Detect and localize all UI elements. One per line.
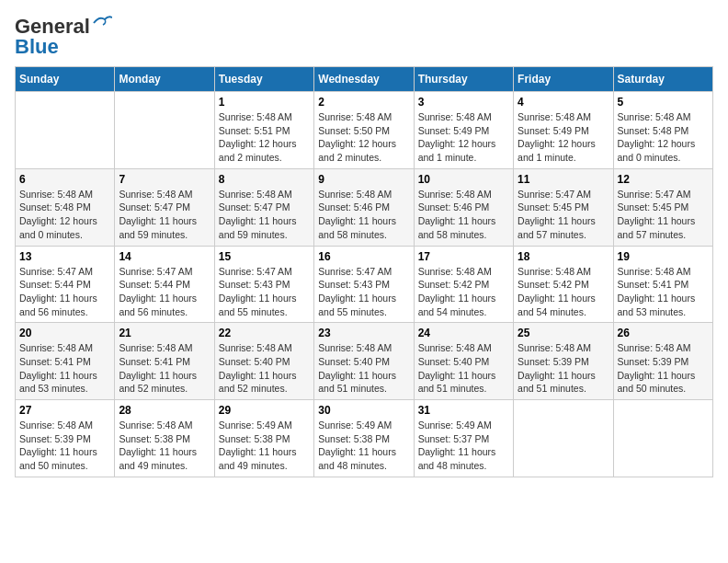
calendar-cell: 23 Sunrise: 5:48 AM Sunset: 5:40 PM Dayl… [314, 323, 414, 400]
day-number: 31 [418, 404, 509, 417]
sunrise-value: 5:47 AM [357, 266, 392, 277]
daylight-label: Daylight: 11 hours and 51 minutes. [518, 370, 596, 395]
daylight-label: Daylight: 11 hours and 48 minutes. [418, 446, 496, 471]
sunset-value: 5:49 PM [553, 125, 589, 136]
sunset-value: 5:46 PM [453, 201, 489, 213]
day-number: 9 [318, 173, 409, 186]
day-info: Sunrise: 5:47 AM Sunset: 5:43 PM Dayligh… [219, 265, 310, 319]
sunrise-value: 5:48 AM [57, 189, 93, 200]
day-info: Sunrise: 5:48 AM Sunset: 5:40 PM Dayligh… [219, 341, 310, 396]
day-number: 21 [119, 327, 210, 339]
sunrise-label: Sunrise: [318, 111, 356, 122]
sunset-value: 5:47 PM [254, 201, 290, 213]
calendar-cell: 21 Sunrise: 5:48 AM Sunset: 5:41 PM Dayl… [115, 323, 214, 400]
calendar-cell: 13 Sunrise: 5:47 AM Sunset: 5:44 PM Dayl… [16, 246, 115, 323]
daylight-label: Daylight: 12 hours and 0 minutes. [618, 138, 696, 163]
calendar: SundayMondayTuesdayWednesdayThursdayFrid… [15, 66, 713, 477]
day-info: Sunrise: 5:47 AM Sunset: 5:43 PM Dayligh… [318, 265, 409, 319]
day-info: Sunrise: 5:47 AM Sunset: 5:44 PM Dayligh… [119, 265, 210, 319]
sunset-value: 5:42 PM [453, 279, 489, 290]
sunset-value: 5:50 PM [354, 125, 390, 136]
day-number: 24 [418, 327, 509, 339]
day-info: Sunrise: 5:48 AM Sunset: 5:51 PM Dayligh… [219, 110, 310, 165]
calendar-cell: 14 Sunrise: 5:47 AM Sunset: 5:44 PM Dayl… [115, 246, 214, 323]
sunset-value: 5:49 PM [453, 125, 489, 136]
day-info: Sunrise: 5:48 AM Sunset: 5:46 PM Dayligh… [418, 188, 509, 242]
calendar-cell: 31 Sunrise: 5:49 AM Sunset: 5:37 PM Dayl… [414, 400, 513, 477]
sunrise-value: 5:47 AM [655, 189, 691, 200]
day-number: 18 [518, 250, 609, 263]
sunrise-value: 5:49 AM [256, 419, 292, 431]
sunrise-value: 5:48 AM [256, 342, 292, 353]
sunrise-label: Sunrise: [219, 419, 256, 431]
calendar-cell: 16 Sunrise: 5:47 AM Sunset: 5:43 PM Dayl… [314, 246, 414, 323]
calendar-week-row: 1 Sunrise: 5:48 AM Sunset: 5:51 PM Dayli… [16, 92, 713, 169]
daylight-label: Daylight: 11 hours and 58 minutes. [418, 215, 496, 240]
sunrise-label: Sunrise: [318, 266, 356, 277]
sunset-value: 5:41 PM [154, 356, 190, 367]
sunrise-value: 5:48 AM [556, 342, 592, 353]
sunset-value: 5:47 PM [154, 201, 190, 213]
sunrise-value: 5:48 AM [456, 266, 492, 277]
day-info: Sunrise: 5:47 AM Sunset: 5:45 PM Dayligh… [618, 188, 709, 242]
day-info: Sunrise: 5:48 AM Sunset: 5:50 PM Dayligh… [318, 110, 409, 165]
sunset-label: Sunset: [19, 356, 55, 367]
sunrise-value: 5:48 AM [57, 419, 93, 431]
sunrise-label: Sunrise: [19, 189, 57, 200]
day-number: 16 [318, 250, 409, 263]
sunset-value: 5:42 PM [553, 279, 589, 290]
daylight-label: Daylight: 11 hours and 49 minutes. [119, 446, 197, 471]
day-number: 28 [119, 404, 210, 417]
calendar-cell: 7 Sunrise: 5:48 AM Sunset: 5:47 PM Dayli… [115, 168, 214, 246]
sunset-label: Sunset: [418, 279, 454, 290]
calendar-cell: 3 Sunrise: 5:48 AM Sunset: 5:49 PM Dayli… [414, 92, 513, 169]
sunset-label: Sunset: [418, 125, 454, 136]
daylight-label: Daylight: 11 hours and 57 minutes. [618, 215, 696, 240]
sunset-value: 5:39 PM [55, 433, 91, 444]
calendar-week-row: 13 Sunrise: 5:47 AM Sunset: 5:44 PM Dayl… [16, 246, 713, 323]
sunset-value: 5:37 PM [453, 433, 489, 444]
sunset-label: Sunset: [618, 356, 654, 367]
day-number: 7 [119, 173, 210, 186]
sunset-value: 5:43 PM [354, 279, 390, 290]
sunrise-label: Sunrise: [219, 189, 256, 200]
sunrise-label: Sunrise: [518, 266, 555, 277]
sunrise-value: 5:48 AM [157, 342, 193, 353]
day-info: Sunrise: 5:48 AM Sunset: 5:38 PM Dayligh… [119, 419, 210, 473]
sunset-label: Sunset: [318, 279, 354, 290]
sunset-label: Sunset: [119, 356, 154, 367]
sunrise-label: Sunrise: [618, 342, 655, 353]
sunset-value: 5:39 PM [553, 356, 589, 367]
day-info: Sunrise: 5:48 AM Sunset: 5:39 PM Dayligh… [618, 341, 709, 396]
day-info: Sunrise: 5:48 AM Sunset: 5:42 PM Dayligh… [418, 265, 509, 319]
weekday-header-friday: Friday [514, 67, 613, 92]
calendar-week-row: 20 Sunrise: 5:48 AM Sunset: 5:41 PM Dayl… [16, 323, 713, 400]
sunset-label: Sunset: [518, 201, 553, 213]
sunset-label: Sunset: [518, 356, 553, 367]
sunrise-label: Sunrise: [119, 342, 156, 353]
sunrise-label: Sunrise: [418, 266, 456, 277]
day-info: Sunrise: 5:48 AM Sunset: 5:48 PM Dayligh… [618, 110, 709, 165]
logo-blue: Blue [15, 35, 59, 59]
sunrise-label: Sunrise: [119, 189, 156, 200]
daylight-label: Daylight: 11 hours and 56 minutes. [19, 293, 97, 317]
day-number: 1 [219, 96, 310, 109]
sunset-value: 5:45 PM [653, 201, 688, 213]
sunset-label: Sunset: [318, 201, 354, 213]
calendar-cell: 10 Sunrise: 5:48 AM Sunset: 5:46 PM Dayl… [414, 168, 513, 246]
sunrise-label: Sunrise: [119, 266, 156, 277]
sunrise-value: 5:48 AM [357, 111, 392, 122]
day-number: 15 [219, 250, 310, 263]
day-info: Sunrise: 5:48 AM Sunset: 5:41 PM Dayligh… [119, 341, 210, 396]
calendar-week-row: 6 Sunrise: 5:48 AM Sunset: 5:48 PM Dayli… [16, 168, 713, 246]
daylight-label: Daylight: 12 hours and 2 minutes. [318, 138, 396, 163]
sunrise-value: 5:48 AM [357, 189, 392, 200]
day-number: 3 [418, 96, 509, 109]
sunset-value: 5:39 PM [653, 356, 688, 367]
sunrise-label: Sunrise: [19, 266, 57, 277]
weekday-header-thursday: Thursday [414, 67, 513, 92]
sunset-label: Sunset: [219, 125, 255, 136]
day-number: 12 [618, 173, 709, 186]
sunrise-label: Sunrise: [518, 189, 555, 200]
calendar-week-row: 27 Sunrise: 5:48 AM Sunset: 5:39 PM Dayl… [16, 400, 713, 477]
